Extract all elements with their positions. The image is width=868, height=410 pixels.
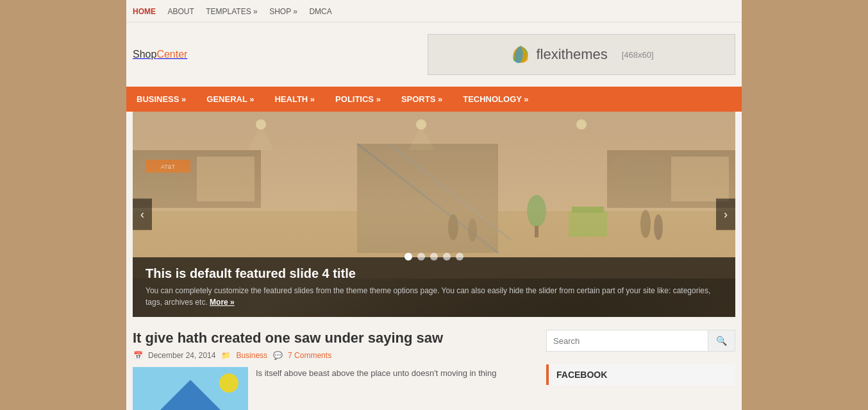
post-title: It give hath created one saw under sayin… [133,330,533,346]
top-nav-templates[interactable]: TEMPLATES » [206,7,257,16]
svg-point-20 [527,195,546,227]
post-thumbnail [133,367,248,410]
svg-rect-8 [197,157,255,201]
post-meta: 📅 December 24, 2014 📁 Business 💬 7 Comme… [133,350,533,361]
svg-text:AT&T: AT&T [161,164,176,170]
svg-point-17 [654,214,663,240]
slider-prev-button[interactable]: ‹ [133,199,152,230]
banner-brand-text: flexithemes [536,46,607,63]
slider: AT&T ‹ › [133,112,735,317]
slider-title: This is default featured slide 4 title [146,266,722,281]
svg-rect-19 [572,207,604,213]
top-nav-about[interactable]: ABOUT [167,7,194,16]
logo-shop: Shop [133,49,156,60]
nav-politics[interactable]: POLITICS » [325,87,391,112]
svg-point-24 [576,119,587,130]
main-content: It give hath created one saw under sayin… [133,330,533,410]
slider-dot-2[interactable] [417,253,425,261]
nav-business[interactable]: BUSINESS » [126,87,196,112]
slider-dot-4[interactable] [443,253,451,261]
post-article: It give hath created one saw under sayin… [133,330,533,380]
search-button[interactable]: 🔍 [708,330,735,351]
svg-rect-6 [133,150,261,208]
nav-sports[interactable]: SPORTS » [391,87,453,112]
top-nav-dmca[interactable]: DMCA [309,7,331,16]
slider-description: You can completely customize the feature… [146,285,722,308]
svg-point-14 [448,214,458,240]
slider-dot-3[interactable] [430,253,438,261]
svg-point-23 [416,119,426,130]
svg-point-30 [219,373,238,393]
post-date: December 24, 2014 [148,351,215,360]
site-header: ShopCenter flexithemes [468x60] [126,22,742,87]
svg-rect-2 [133,112,735,211]
svg-rect-1 [133,208,735,211]
svg-line-4 [357,144,498,253]
svg-marker-26 [408,130,434,150]
post-body: Is itself above beast above the place un… [133,367,533,380]
banner-ad[interactable]: flexithemes [468x60] [428,34,735,75]
svg-rect-3 [357,144,498,253]
svg-rect-11 [671,157,729,201]
flexi-leaf-icon [509,43,532,66]
search-box: 🔍 [546,330,735,352]
slider-next-button[interactable]: › [716,199,735,230]
slider-dot-1[interactable] [405,253,412,261]
svg-point-16 [640,210,651,238]
svg-rect-7 [139,157,190,201]
nav-general[interactable]: GENERAL » [196,87,264,112]
content-area: It give hath created one saw under sayin… [126,317,742,410]
svg-line-5 [389,144,511,240]
folder-icon: 📁 [221,350,231,361]
top-nav-home[interactable]: HOME [133,7,156,16]
banner-size: [468x60] [622,50,654,60]
sidebar: 🔍 FACEBOOK [546,330,735,410]
post-comments[interactable]: 7 Comments [288,351,331,360]
search-input[interactable] [547,330,708,351]
svg-marker-25 [248,130,274,150]
main-nav: BUSINESS » GENERAL » HEALTH » POLITICS »… [126,87,742,112]
logo-center: Center [156,49,187,60]
nav-health[interactable]: HEALTH » [264,87,325,112]
post-category[interactable]: Business [236,351,267,360]
slider-caption: This is default featured slide 4 title Y… [133,257,735,317]
comment-icon: 💬 [272,350,283,361]
top-nav: HOME ABOUT TEMPLATES » SHOP » DMCA [126,0,742,22]
calendar-icon: 📅 [133,350,143,361]
nav-technology[interactable]: TECHNOLOGY » [453,87,538,112]
svg-rect-10 [613,157,665,201]
svg-rect-18 [569,211,607,237]
svg-point-22 [256,119,266,130]
facebook-widget-title: FACEBOOK [546,364,735,385]
svg-point-15 [468,219,477,242]
site-logo[interactable]: ShopCenter [133,49,187,60]
svg-rect-12 [146,160,190,173]
slider-more-link[interactable]: More » [210,298,235,307]
slider-dot-5[interactable] [456,253,463,261]
slider-dots [405,253,463,261]
svg-rect-21 [535,226,538,237]
top-nav-shop[interactable]: SHOP » [269,7,297,16]
